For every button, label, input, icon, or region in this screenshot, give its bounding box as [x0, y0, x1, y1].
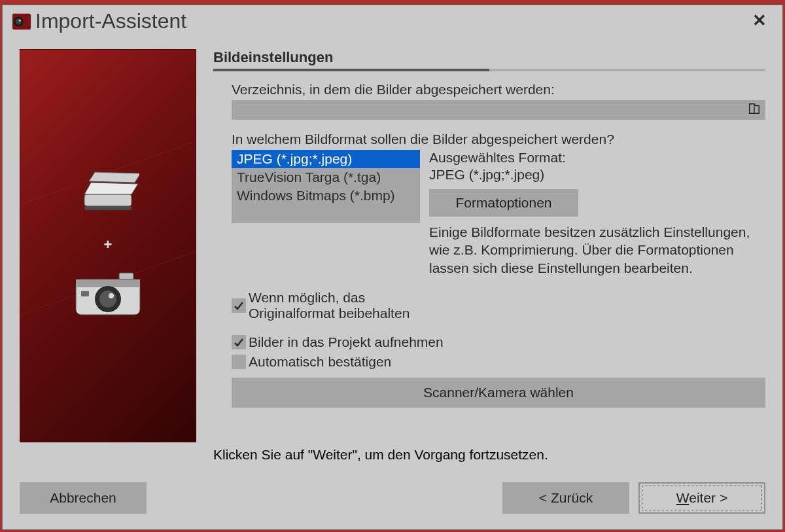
svg-point-12	[99, 291, 116, 308]
keep-original-checkbox[interactable]	[232, 298, 246, 313]
back-button[interactable]: < Zurück	[502, 482, 629, 514]
continue-hint: Klicken Sie auf "Weiter", um den Vorgang…	[213, 447, 765, 463]
dialog-title: Import-Assistent	[12, 9, 748, 33]
check-icon	[233, 336, 245, 348]
svg-point-13	[109, 293, 114, 298]
wizard-banner: +	[20, 49, 196, 442]
titlebar: Import-Assistent ✕	[3, 5, 782, 35]
dialog-title-text: Import-Assistent	[35, 9, 186, 33]
import-assistant-dialog: Import-Assistent ✕ +	[2, 5, 783, 530]
section-heading: Bildeinstellungen	[213, 49, 765, 66]
svg-marker-5	[84, 183, 138, 194]
add-to-project-label: Bilder in das Projekt aufnehmen	[249, 334, 444, 350]
svg-point-2	[16, 18, 22, 24]
app-icon	[12, 12, 31, 31]
add-to-project-checkbox[interactable]	[232, 335, 246, 349]
scanner-camera-button[interactable]: Scanner/Kamera wählen	[232, 378, 765, 408]
svg-rect-14	[81, 291, 89, 296]
next-button-rest: eiter >	[689, 490, 727, 505]
format-options-button[interactable]: Formatoptionen	[429, 189, 578, 217]
scanner-icon	[77, 168, 139, 219]
next-button[interactable]: Weiter >	[638, 482, 765, 514]
format-item-jpeg[interactable]: JPEG (*.jpg;*.jpeg)	[232, 150, 420, 168]
directory-input[interactable]	[232, 100, 743, 120]
format-hint-text: Einige Bildformate besitzen zusätzlich E…	[429, 223, 765, 277]
directory-label: Verzeichnis, in dem die Bilder abgespeic…	[232, 82, 765, 98]
auto-confirm-label: Automatisch bestätigen	[249, 354, 391, 370]
check-icon	[233, 300, 245, 311]
svg-point-3	[19, 19, 21, 21]
format-question-label: In welchem Bildformat sollen die Bilder …	[232, 132, 765, 147]
heading-rule	[213, 69, 765, 71]
plus-icon: +	[104, 236, 113, 253]
selected-format-value: JPEG (*.jpg;*.jpeg)	[429, 167, 765, 183]
svg-rect-7	[84, 206, 131, 210]
format-item-bmp[interactable]: Windows Bitmaps (*.bmp)	[232, 186, 420, 205]
auto-confirm-checkbox[interactable]	[232, 355, 246, 369]
browse-button[interactable]	[743, 100, 765, 120]
svg-rect-4	[84, 194, 131, 206]
selected-format-label: Ausgewähltes Format:	[429, 150, 765, 166]
format-item-tga[interactable]: TrueVision Targa (*.tga)	[232, 168, 420, 186]
keep-original-label: Wenn möglich, das Originalformat beibeha…	[249, 290, 420, 321]
footer-buttons: Abbrechen < Zurück Weiter >	[3, 482, 782, 529]
close-button[interactable]: ✕	[748, 10, 771, 33]
next-button-accel: W	[676, 490, 689, 505]
folder-open-icon	[747, 101, 761, 119]
svg-marker-6	[89, 172, 139, 183]
format-listbox[interactable]: JPEG (*.jpg;*.jpeg) TrueVision Targa (*.…	[232, 150, 420, 223]
camera-icon	[72, 270, 144, 324]
svg-rect-10	[119, 273, 133, 279]
cancel-button[interactable]: Abbrechen	[20, 482, 147, 514]
